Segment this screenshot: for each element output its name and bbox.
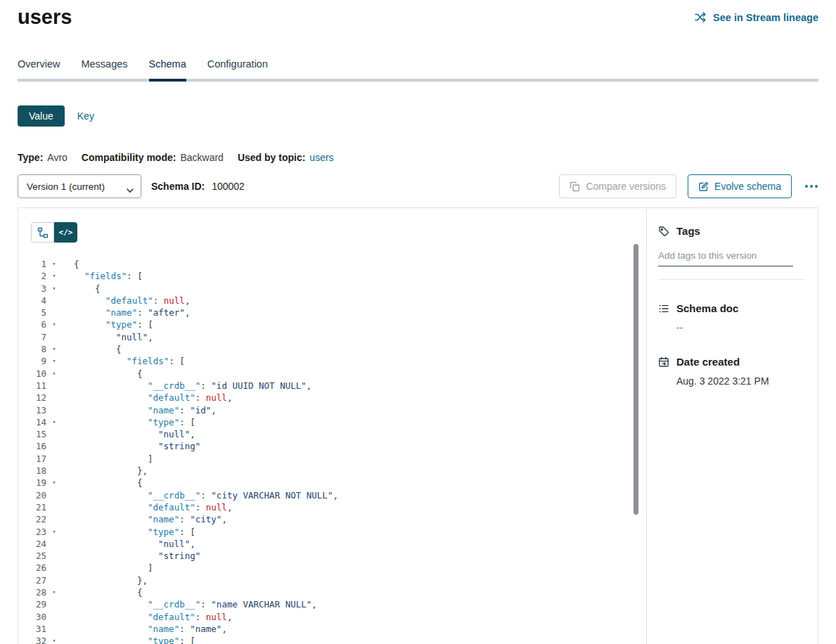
tags-header: Tags	[658, 225, 805, 237]
fold-toggle-icon[interactable]: ▾	[46, 635, 62, 644]
version-select-wrap: Version 1 (current)	[18, 174, 141, 198]
version-select[interactable]: Version 1 (current)	[18, 174, 141, 198]
tags-title: Tags	[676, 225, 700, 237]
fold-toggle-icon[interactable]: ▾	[46, 586, 62, 598]
version-sidebar: Tags Schema do	[646, 208, 818, 644]
schema-panel: </> 1▾{2▾"fields": [3▾{4"default": null,…	[18, 207, 818, 644]
evolve-schema-label: Evolve schema	[714, 181, 781, 192]
version-actions: Compare versions Evolve schema	[559, 174, 818, 198]
version-bar: Version 1 (current) Schema ID: 100002 Co…	[18, 174, 818, 198]
line-number: 30	[18, 611, 46, 623]
line-number: 10	[18, 368, 46, 380]
schema-id-value: 100002	[212, 181, 245, 192]
code-text: "default": null,	[62, 295, 646, 307]
code-line-8: 8▾{	[18, 343, 646, 355]
line-number: 21	[18, 501, 46, 513]
code-text: "name": "city",	[62, 513, 646, 525]
line-number: 20	[18, 489, 46, 501]
fold-spacer	[46, 440, 62, 452]
fold-toggle-icon[interactable]: ▾	[46, 477, 62, 489]
code-line-22: 22"name": "city",	[18, 513, 646, 525]
code-line-11: 11"__crdb__": "id UUID NOT NULL",	[18, 380, 646, 392]
tab-schema[interactable]: Schema	[149, 58, 186, 79]
code-text: "default": null,	[62, 392, 646, 404]
evolve-icon	[698, 181, 709, 192]
fold-toggle-icon[interactable]: ▾	[46, 526, 62, 538]
code-text: },	[62, 465, 646, 477]
line-number: 22	[18, 513, 46, 525]
code-line-6: 6▾"type": [	[18, 318, 646, 330]
line-number: 11	[18, 380, 46, 392]
schema-doc-icon	[658, 303, 669, 314]
fold-toggle-icon[interactable]: ▾	[46, 416, 62, 428]
fold-spacer	[46, 404, 62, 416]
compare-versions-button[interactable]: Compare versions	[559, 174, 676, 198]
code-text: "default": null,	[62, 501, 646, 513]
schema-meta-row: Type: Avro Compatibility mode: Backward …	[18, 152, 818, 163]
schema-doc-title: Schema doc	[676, 302, 738, 314]
fold-spacer	[46, 562, 62, 574]
schema-doc-header: Schema doc	[658, 302, 805, 314]
fold-toggle-icon[interactable]: ▾	[46, 368, 62, 380]
code-line-31: 31"name": "name",	[18, 623, 646, 635]
more-options-button[interactable]	[804, 184, 818, 188]
code-text: "name": "name",	[62, 623, 646, 635]
line-number: 16	[18, 440, 46, 452]
fold-toggle-icon[interactable]: ▾	[46, 283, 62, 295]
value-toggle-button[interactable]: Value	[18, 105, 65, 127]
fold-spacer	[46, 295, 62, 307]
line-number: 2	[18, 270, 46, 282]
topic-link[interactable]: users	[309, 152, 333, 163]
fold-toggle-icon[interactable]: ▾	[46, 258, 62, 270]
code-text: "null",	[62, 538, 646, 550]
fold-spacer	[46, 550, 62, 562]
date-created-section: Date created Aug. 3 2022 3:21 PM	[658, 356, 805, 387]
evolve-schema-button[interactable]: Evolve schema	[688, 174, 792, 198]
tab-overview[interactable]: Overview	[18, 58, 60, 79]
code-line-10: 10▾{	[18, 368, 646, 380]
code-text: "null",	[62, 428, 646, 440]
code-text: {	[62, 477, 646, 489]
fold-toggle-icon[interactable]: ▾	[46, 355, 62, 367]
editor-scrollbar[interactable]	[634, 244, 638, 515]
page-header: users See in Stream lineage	[18, 0, 818, 29]
tab-messages[interactable]: Messages	[81, 58, 127, 79]
code-view-button[interactable]: </>	[54, 222, 77, 243]
value-key-toggle: Value Key	[18, 105, 818, 127]
key-toggle-button[interactable]: Key	[77, 110, 94, 122]
code-text: "string"	[62, 550, 646, 562]
code-text: ]	[62, 453, 646, 465]
code-text: {	[62, 283, 646, 295]
code-text: "type": [	[62, 318, 646, 330]
fold-spacer	[46, 513, 62, 525]
code-line-28: 28▾{	[18, 586, 646, 598]
type-label: Type:	[18, 152, 43, 163]
line-number: 31	[18, 623, 46, 635]
code-line-32: 32▾"type": [	[18, 635, 646, 644]
code-line-15: 15"null",	[18, 428, 646, 440]
code-line-4: 4"default": null,	[18, 295, 646, 307]
code-text: "type": [	[62, 526, 646, 538]
code-line-14: 14▾"type": [	[18, 416, 646, 428]
tab-configuration[interactable]: Configuration	[207, 58, 268, 79]
compatibility-label: Compatibility mode:	[82, 152, 176, 163]
fold-spacer	[46, 453, 62, 465]
line-number: 6	[18, 318, 46, 330]
tree-view-button[interactable]	[31, 222, 54, 243]
code-line-7: 7"null",	[18, 331, 646, 343]
stream-lineage-link[interactable]: See in Stream lineage	[695, 12, 818, 23]
add-tags-input[interactable]	[658, 247, 793, 266]
code-text: "null",	[62, 331, 646, 343]
fold-toggle-icon[interactable]: ▾	[46, 270, 62, 282]
fold-spacer	[46, 623, 62, 635]
fold-spacer	[46, 489, 62, 501]
fold-toggle-icon[interactable]: ▾	[46, 318, 62, 330]
code-text: "type": [	[62, 416, 646, 428]
code-line-24: 24"null",	[18, 538, 646, 550]
code-line-27: 27},	[18, 574, 646, 586]
code-text: {	[62, 258, 646, 270]
fold-toggle-icon[interactable]: ▾	[46, 343, 62, 355]
stream-lineage-icon	[695, 12, 707, 22]
line-number: 3	[18, 283, 46, 295]
code-text: "__crdb__": "name VARCHAR NULL",	[62, 598, 646, 610]
